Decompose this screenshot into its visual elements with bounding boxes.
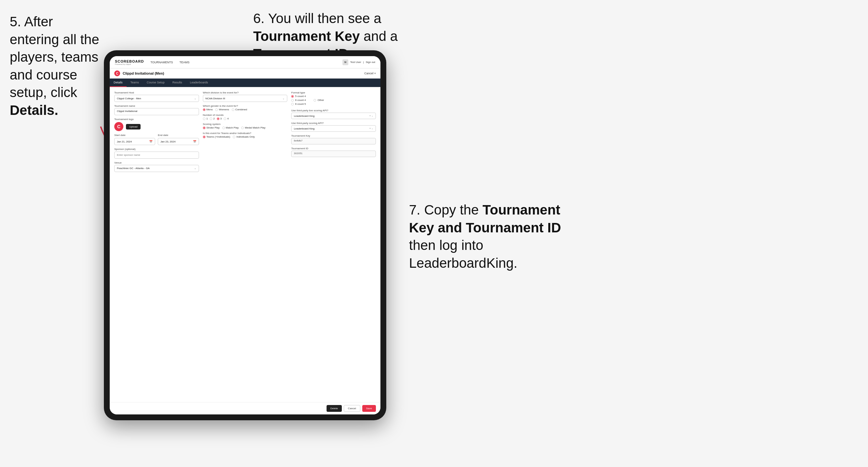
dropdown-arrow-icon: ⌄ bbox=[282, 97, 285, 100]
start-date-input[interactable]: Jan 21, 2024 📅 bbox=[114, 138, 155, 145]
tournament-name-label: Tournament name bbox=[114, 104, 199, 107]
start-date-field: Start date Jan 21, 2024 📅 bbox=[114, 134, 155, 145]
gender-mens-radio[interactable] bbox=[203, 108, 206, 111]
scoring-match[interactable]: Match Play bbox=[222, 126, 239, 129]
form-col-1: Tournament Host Clippd College - Men ⌄ T… bbox=[114, 91, 199, 172]
scoring-match-radio[interactable] bbox=[222, 127, 225, 129]
division-input[interactable]: NCAA Division III ⌄ bbox=[203, 95, 288, 102]
cancel-button-footer[interactable]: Cancel bbox=[344, 405, 360, 412]
app-header: SCOREBOARD Powered by clippd TOURNAMENTS… bbox=[110, 56, 380, 68]
tab-leaderboards[interactable]: Leaderboards bbox=[186, 79, 212, 87]
tournament-key-value: 6efbfb7 bbox=[291, 138, 376, 145]
user-avatar: SI bbox=[342, 59, 348, 65]
format-6count5-radio[interactable] bbox=[291, 103, 294, 105]
scoring-stroke[interactable]: Stroke Play bbox=[203, 126, 220, 129]
rounds-4-radio[interactable] bbox=[224, 118, 226, 120]
third-party-live1-input[interactable]: Leaderboard King × ⌄ bbox=[291, 113, 376, 119]
teams-plus-radio[interactable] bbox=[203, 136, 206, 138]
brand-name: SCOREBOARD bbox=[115, 59, 144, 63]
division-field: Which division is the event for? NCAA Di… bbox=[203, 91, 288, 102]
upload-button[interactable]: Upload bbox=[126, 124, 141, 129]
end-date-input[interactable]: Jan 23, 2024 📅 bbox=[158, 138, 199, 145]
rounds-4[interactable]: 4 bbox=[224, 117, 228, 120]
teams-individuals-only[interactable]: Individuals Only bbox=[233, 135, 254, 138]
gender-label: Which gender is the event for? bbox=[203, 104, 288, 107]
gender-womens-radio[interactable] bbox=[215, 108, 218, 111]
third-party-live1-field: Use third-party live scoring API? Leader… bbox=[291, 109, 376, 119]
sponsor-label: Sponsor (optional) bbox=[114, 148, 199, 151]
rounds-1[interactable]: 1 bbox=[203, 117, 208, 120]
sponsor-field: Sponsor (optional) bbox=[114, 148, 199, 159]
venue-input[interactable]: Peachtree GC - Atlanta - GA ⌄ bbox=[114, 165, 199, 172]
tournament-host-input[interactable]: Clippd College - Men ⌄ bbox=[114, 95, 199, 102]
page-icon: C bbox=[114, 70, 120, 76]
gender-combined[interactable]: Combined bbox=[232, 108, 247, 111]
rounds-field: Number of rounds 1 2 bbox=[203, 114, 288, 120]
rounds-radio-group: 1 2 3 4 bbox=[203, 117, 288, 120]
logo-preview: C bbox=[114, 122, 123, 131]
tablet-device: SCOREBOARD Powered by clippd TOURNAMENTS… bbox=[104, 50, 386, 420]
form-col-2: Which division is the event for? NCAA Di… bbox=[203, 91, 288, 172]
scoring-stroke-radio[interactable] bbox=[203, 127, 206, 129]
tab-details[interactable]: Details bbox=[110, 79, 127, 87]
rounds-3-radio[interactable] bbox=[217, 118, 219, 120]
sponsor-input[interactable] bbox=[114, 152, 199, 159]
tournament-key-label: Tournament Key bbox=[291, 134, 376, 137]
page-title: Clippd Invitational (Men) bbox=[123, 71, 164, 75]
end-date-field: End date Jan 23, 2024 📅 bbox=[158, 134, 199, 145]
tournament-name-input[interactable]: Clippd Invitational bbox=[114, 108, 199, 115]
rounds-2[interactable]: 2 bbox=[210, 117, 215, 120]
rounds-1-radio[interactable] bbox=[203, 118, 206, 120]
gender-womens[interactable]: Womens bbox=[215, 108, 229, 111]
scoring-medal-radio[interactable] bbox=[241, 127, 244, 129]
calendar-icon: 📅 bbox=[149, 140, 153, 143]
rounds-2-radio[interactable] bbox=[210, 118, 212, 120]
format-6count5[interactable]: 6 count 5 bbox=[291, 102, 376, 105]
format-6count4[interactable]: 6 count 4 Other bbox=[291, 99, 376, 101]
third-party-live1-label: Use third-party live scoring API? bbox=[291, 109, 376, 112]
rounds-3[interactable]: 3 bbox=[217, 117, 222, 120]
logo-upload-area: C Upload bbox=[114, 122, 199, 131]
delete-button[interactable]: Delete bbox=[327, 405, 342, 412]
format-5count4[interactable]: 5 count 4 bbox=[291, 95, 376, 98]
cancel-button[interactable]: Cancel × bbox=[364, 72, 376, 75]
third-party-live2-label: Use third-party scoring API? bbox=[291, 122, 376, 125]
gender-mens[interactable]: Mens bbox=[203, 108, 213, 111]
tournament-key-field: Tournament Key 6efbfb7 bbox=[291, 134, 376, 145]
user-name: Test User bbox=[350, 61, 361, 64]
annotation-left: 5. After entering all the players, teams… bbox=[10, 13, 101, 119]
form-content: Tournament Host Clippd College - Men ⌄ T… bbox=[110, 87, 380, 402]
clear-btn2[interactable]: × ⌄ bbox=[369, 127, 373, 130]
gender-radio-group: Mens Womens Combined bbox=[203, 108, 288, 111]
calendar-icon: 📅 bbox=[193, 140, 196, 143]
date-row: Start date Jan 21, 2024 📅 End date Jan 2… bbox=[114, 134, 199, 145]
tournament-name-field: Tournament name Clippd Invitational bbox=[114, 104, 199, 115]
third-party-live2-field: Use third-party scoring API? Leaderboard… bbox=[291, 122, 376, 132]
clear-btn[interactable]: × ⌄ bbox=[369, 115, 373, 117]
brand: SCOREBOARD Powered by clippd bbox=[115, 59, 144, 65]
form-col-3: Format type 5 count 4 6 count 4 Other bbox=[291, 91, 376, 172]
tab-course-setup[interactable]: Course Setup bbox=[143, 79, 168, 87]
teams-plus[interactable]: Teams (+Individuals) bbox=[203, 135, 230, 138]
tab-results[interactable]: Results bbox=[168, 79, 186, 87]
dropdown-arrow-icon: ⌄ bbox=[194, 167, 196, 170]
format-5count4-radio[interactable] bbox=[291, 95, 294, 98]
format-6count4-radio[interactable] bbox=[291, 99, 294, 101]
header-right: SI Test User | Sign out bbox=[342, 59, 375, 65]
gender-combined-radio[interactable] bbox=[232, 108, 235, 111]
gender-field: Which gender is the event for? Mens Wome… bbox=[203, 104, 288, 111]
header-left: SCOREBOARD Powered by clippd TOURNAMENTS… bbox=[115, 59, 190, 65]
third-party-live2-input[interactable]: Leaderboard King × ⌄ bbox=[291, 125, 376, 132]
teams-radio-group: Teams (+Individuals) Individuals Only bbox=[203, 135, 288, 138]
scoring-radio-group: Stroke Play Match Play Medal Match Play bbox=[203, 126, 288, 129]
page-header: C Clippd Invitational (Men) Cancel × bbox=[110, 68, 380, 79]
teams-individuals-radio[interactable] bbox=[233, 136, 235, 138]
tab-teams[interactable]: Teams bbox=[127, 79, 143, 87]
save-button[interactable]: Save bbox=[362, 405, 376, 412]
nav-teams[interactable]: TEAMS bbox=[180, 61, 190, 64]
scoring-medal[interactable]: Medal Match Play bbox=[241, 126, 266, 129]
sign-out-link[interactable]: Sign out bbox=[366, 61, 375, 64]
nav-tournaments[interactable]: TOURNAMENTS bbox=[150, 61, 173, 64]
format-other-radio[interactable] bbox=[314, 99, 316, 101]
header-separator: | bbox=[363, 61, 364, 64]
